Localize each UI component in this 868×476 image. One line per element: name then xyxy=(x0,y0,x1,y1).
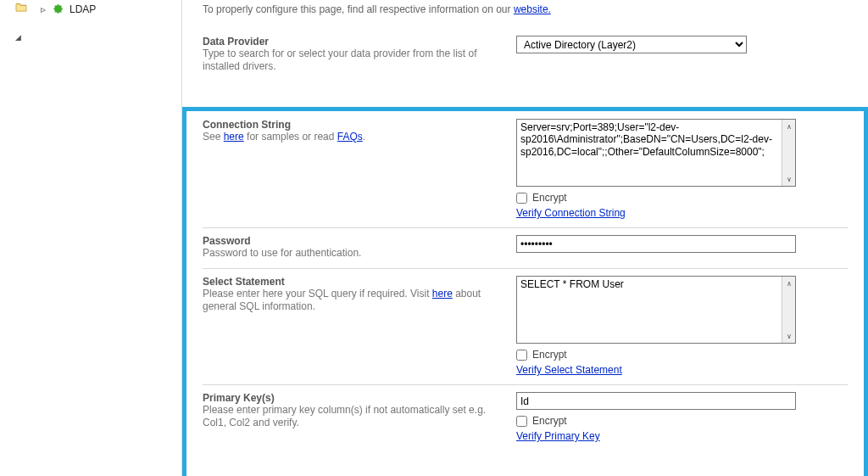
encrypt-label: Encrypt xyxy=(532,349,567,361)
connection-string-help: See here for samples or read FAQs. xyxy=(203,131,499,143)
tree-expand-icon[interactable]: ▹ xyxy=(41,3,47,15)
primary-key-title: Primary Key(s) xyxy=(203,392,499,404)
page-hint: To properly configure this page, find al… xyxy=(203,0,848,32)
data-provider-title: Data Provider xyxy=(203,36,499,48)
encrypt-conn-row[interactable]: Encrypt xyxy=(516,192,848,204)
textarea-scrollbar[interactable]: ∧ ∨ xyxy=(782,120,795,186)
connection-string-title: Connection String xyxy=(203,119,499,131)
encrypt-label: Encrypt xyxy=(532,192,567,204)
verify-connection-link[interactable]: Verify Connection String xyxy=(516,207,626,219)
connection-string-input[interactable] xyxy=(517,120,782,186)
faqs-link[interactable]: FAQs xyxy=(337,131,363,143)
encrypt-select-row[interactable]: Encrypt xyxy=(516,349,848,361)
scroll-down-icon[interactable]: ∨ xyxy=(782,172,795,186)
encrypt-connection-checkbox[interactable] xyxy=(516,193,527,204)
row-password: Password Password to use for authenticat… xyxy=(203,232,848,269)
puzzle-icon xyxy=(53,3,64,17)
verify-select-link[interactable]: Verify Select Statement xyxy=(516,364,622,376)
row-data-provider: Data Provider Type to search for or sele… xyxy=(203,32,848,80)
row-connection-string: Connection String See here for samples o… xyxy=(203,115,848,228)
primary-key-help: Please enter primary key column(s) if no… xyxy=(203,404,499,429)
scroll-down-icon[interactable]: ∨ xyxy=(782,329,795,343)
password-input[interactable] xyxy=(516,235,796,253)
row-select-statement: Select Statement Please enter here your … xyxy=(203,272,848,385)
verify-primary-key-link[interactable]: Verify Primary Key xyxy=(516,430,600,442)
textarea-scrollbar[interactable]: ∧ ∨ xyxy=(782,277,795,343)
data-provider-select[interactable]: Active Directory (Layer2) xyxy=(516,36,747,53)
sidebar-item-label: LDAP xyxy=(70,3,96,15)
select-statement-title: Select Statement xyxy=(203,276,499,288)
encrypt-select-checkbox[interactable] xyxy=(516,350,527,361)
password-help: Password to use for authentication. xyxy=(203,247,499,260)
folder-icon xyxy=(15,2,27,14)
scroll-up-icon[interactable]: ∧ xyxy=(782,277,795,290)
password-title: Password xyxy=(203,235,499,247)
tree-collapse-icon[interactable]: ◢ xyxy=(3,31,181,42)
sidebar: ▹ LDAP ◢ xyxy=(0,0,181,476)
encrypt-label: Encrypt xyxy=(532,415,567,427)
samples-link[interactable]: here xyxy=(224,131,244,143)
website-link[interactable]: website. xyxy=(514,3,551,15)
encrypt-pk-row[interactable]: Encrypt xyxy=(516,415,848,427)
main-panel: To properly configure this page, find al… xyxy=(182,0,868,476)
select-statement-help: Please enter here your SQL query if requ… xyxy=(203,288,499,313)
primary-key-input[interactable] xyxy=(516,392,796,410)
encrypt-primary-key-checkbox[interactable] xyxy=(516,416,527,427)
sql-info-link[interactable]: here xyxy=(432,288,453,300)
scroll-up-icon[interactable]: ∧ xyxy=(782,120,795,133)
select-statement-input[interactable] xyxy=(517,277,782,343)
sidebar-item-ldap[interactable]: ▹ LDAP xyxy=(3,2,181,17)
data-provider-help: Type to search for or select your data p… xyxy=(203,48,499,73)
row-primary-key: Primary Key(s) Please enter primary key … xyxy=(203,389,848,442)
